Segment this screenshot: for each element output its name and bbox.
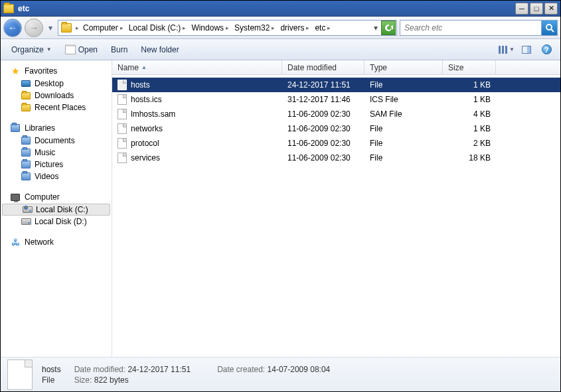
sidebar-item-label: Local Disk (C:) (36, 205, 88, 214)
file-rows[interactable]: hosts24-12-2017 11:51File1 KBhosts.ics31… (112, 75, 560, 357)
cell-size: 1 KB (443, 80, 496, 90)
file-icon (118, 94, 127, 105)
folder-icon (21, 102, 31, 113)
sidebar-item[interactable]: Pictures (1, 159, 112, 170)
address-bar[interactable]: ▸ Computer▸Local Disk (C:)▸Windows▸Syste… (58, 20, 397, 36)
organize-button[interactable]: Organize▼ (6, 42, 57, 57)
open-button[interactable]: Open (60, 42, 103, 57)
cell-name: networks (112, 123, 282, 134)
sidebar-item[interactable]: Music (1, 147, 112, 159)
file-icon (118, 109, 127, 119)
table-row[interactable]: lmhosts.sam11-06-2009 02:30SAM File4 KB (112, 107, 560, 121)
search-input[interactable] (400, 23, 541, 33)
table-row[interactable]: hosts24-12-2017 11:51File1 KB (112, 78, 560, 92)
sidebar-item[interactable]: Recent Places (1, 101, 112, 113)
cell-name: protocol (112, 138, 282, 149)
main-area: ★ Favorites DesktopDownloadsRecent Place… (1, 60, 560, 357)
search-button[interactable] (541, 21, 557, 35)
column-type[interactable]: Type (364, 60, 443, 74)
column-date[interactable]: Date modified (282, 60, 364, 74)
breadcrumb-item[interactable]: etc▸ (312, 21, 333, 35)
help-icon: ? (542, 44, 552, 54)
sidebar-label: Libraries (25, 123, 55, 133)
chevron-right-icon: ▸ (183, 25, 186, 31)
star-icon: ★ (10, 66, 21, 76)
breadcrumb-item[interactable]: Computer▸ (80, 21, 126, 35)
table-row[interactable]: networks11-06-2009 02:30File1 KB (112, 121, 560, 136)
refresh-icon (384, 23, 393, 33)
burn-button[interactable]: Burn (106, 42, 133, 57)
column-name[interactable]: Name▲ (112, 60, 282, 74)
minimize-button[interactable]: ─ (515, 3, 528, 15)
navigation-pane: ★ Favorites DesktopDownloadsRecent Place… (1, 60, 112, 357)
open-label: Open (78, 45, 98, 54)
drive-win-icon (22, 204, 33, 215)
back-button[interactable]: ← (3, 19, 22, 37)
chevron-right-icon: ▸ (272, 25, 275, 31)
cell-type: File (364, 80, 443, 90)
details-pane: hosts Date modified: 24-12-2017 11:51 Da… (1, 357, 560, 391)
desktop-icon (21, 78, 31, 89)
breadcrumb-item[interactable]: Local Disk (C:)▸ (126, 21, 189, 35)
sidebar-label: Computer (25, 192, 60, 202)
preview-pane-icon (522, 46, 531, 54)
sidebar-network[interactable]: 🖧 Network (1, 235, 112, 249)
forward-button[interactable]: → (25, 19, 43, 37)
breadcrumb-item[interactable]: Windows▸ (189, 21, 232, 35)
address-dropdown[interactable]: ▾ (369, 21, 381, 35)
sidebar-item[interactable]: Desktop (1, 78, 112, 90)
close-button[interactable]: ✕ (544, 3, 558, 15)
new-folder-label: New folder (141, 45, 179, 54)
sidebar-item[interactable]: Local Disk (C:) (2, 204, 110, 216)
sidebar-computer[interactable]: Computer (1, 190, 112, 204)
column-size[interactable]: Size (443, 60, 496, 74)
sidebar-item-label: Music (35, 148, 55, 157)
table-row[interactable]: services11-06-2009 02:30File18 KB (112, 151, 560, 165)
cell-type: File (364, 124, 443, 133)
command-bar: Organize▼ Open Burn New folder ▼ ? (1, 39, 560, 60)
cell-size: 1 KB (443, 124, 496, 133)
cell-date: 24-12-2017 11:51 (282, 80, 364, 90)
sidebar-item[interactable]: Downloads (1, 90, 112, 101)
file-list: Name▲ Date modified Type Size hosts24-12… (112, 60, 560, 357)
preview-pane-button[interactable] (518, 42, 535, 58)
refresh-button[interactable] (381, 21, 396, 35)
table-row[interactable]: protocol11-06-2009 02:30File2 KB (112, 136, 560, 151)
file-icon (118, 138, 127, 149)
details-name: hosts (42, 365, 61, 374)
breadcrumb-sep[interactable]: ▸ (74, 21, 80, 35)
history-dropdown[interactable]: ▾ (46, 19, 55, 36)
sidebar-item[interactable]: Videos (1, 170, 112, 182)
cell-name: hosts (112, 80, 282, 90)
cell-type: File (364, 153, 443, 163)
details-created: 14-07-2009 08:04 (268, 365, 331, 374)
sidebar-libraries[interactable]: Libraries (1, 121, 112, 135)
breadcrumb-item[interactable]: drivers▸ (278, 21, 312, 35)
views-button[interactable]: ▼ (498, 42, 515, 58)
views-icon (499, 46, 507, 54)
new-folder-button[interactable]: New folder (135, 42, 184, 57)
column-headers: Name▲ Date modified Type Size (112, 60, 560, 75)
nav-bar: ← → ▾ ▸ Computer▸Local Disk (C:)▸Windows… (1, 17, 560, 39)
organize-label: Organize (11, 45, 44, 54)
sidebar-item[interactable]: Local Disk (D:) (1, 216, 112, 228)
sidebar-item-label: Pictures (35, 160, 63, 169)
cell-date: 11-06-2009 02:30 (282, 124, 364, 133)
network-icon: 🖧 (10, 237, 21, 247)
search-icon (545, 23, 554, 33)
title-bar: etc ─ □ ✕ (1, 1, 560, 17)
sidebar-item[interactable]: Documents (1, 135, 112, 147)
folder-icon (3, 4, 14, 13)
sort-asc-icon: ▲ (141, 64, 147, 70)
sidebar-favorites[interactable]: ★ Favorites (1, 64, 112, 78)
maximize-button[interactable]: □ (530, 3, 543, 15)
cell-size: 18 KB (443, 153, 496, 163)
folder-icon (21, 90, 31, 101)
cell-date: 11-06-2009 02:30 (282, 139, 364, 148)
libraries-icon (10, 123, 21, 133)
file-icon (65, 44, 76, 54)
cell-size: 4 KB (443, 109, 496, 119)
breadcrumb-item[interactable]: System32▸ (232, 21, 278, 35)
table-row[interactable]: hosts.ics31-12-2017 11:46ICS File1 KB (112, 92, 560, 107)
help-button[interactable]: ? (538, 42, 555, 58)
